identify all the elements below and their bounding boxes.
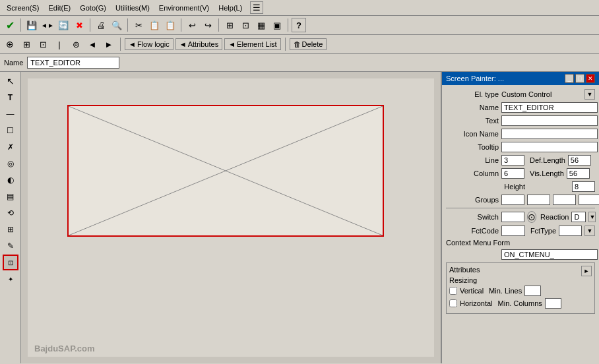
find-btn[interactable]: 🔍 <box>110 18 124 32</box>
copy-btn[interactable]: 📋 <box>147 18 162 32</box>
name-input[interactable] <box>27 57 119 69</box>
right-panel: Screen Painter: ... _ □ ✕ El. type Custo… <box>441 72 599 363</box>
line-tool[interactable]: — <box>3 106 18 122</box>
attributes-btn[interactable]: ◄ Attributes <box>175 38 222 50</box>
circle-tool[interactable]: ◐ <box>3 172 18 188</box>
attributes-expand-btn[interactable]: ► <box>581 266 592 276</box>
group4-input[interactable] <box>579 195 599 205</box>
edit-tool[interactable]: ✎ <box>3 238 18 254</box>
line-input[interactable] <box>501 155 524 166</box>
fcttype-input[interactable] <box>559 226 582 236</box>
icon-name-input[interactable] <box>501 129 598 139</box>
separator6 <box>288 18 288 32</box>
tb2-btn5[interactable]: ◄ <box>85 37 100 51</box>
column-input[interactable] <box>501 168 524 179</box>
grid1-btn[interactable]: ⊞ <box>222 18 237 32</box>
panel-title-bar: Screen Painter: ... _ □ ✕ <box>442 72 599 85</box>
table-tool[interactable]: ▤ <box>3 189 18 204</box>
separator8 <box>285 38 286 51</box>
horizontal-row: Horizontal Min. Columns <box>449 298 592 309</box>
paste-btn[interactable]: 📋 <box>163 18 177 32</box>
fctcode-input[interactable] <box>501 226 525 236</box>
context-menu-input-row <box>446 249 595 260</box>
def-length-input[interactable] <box>568 155 591 166</box>
nav-btn[interactable]: ◄► <box>40 18 55 32</box>
tb2-btn3[interactable]: | <box>52 37 67 51</box>
custom-tool[interactable]: ⊡ <box>3 255 18 270</box>
tb2-btn4[interactable]: ⊚ <box>69 37 83 51</box>
icon-name-row: Icon Name ▦ <box>446 129 595 139</box>
menu-environment[interactable]: Environment(V) <box>155 3 213 13</box>
tb2-btn6[interactable]: ► <box>102 37 116 51</box>
reaction-dropdown-btn[interactable]: ▼ <box>588 212 596 222</box>
grid3-btn[interactable]: ▦ <box>254 18 268 32</box>
help-btn[interactable]: ? <box>292 18 306 32</box>
vertical-checkbox[interactable] <box>449 287 457 295</box>
context-menu-input[interactable] <box>501 249 598 260</box>
height-input[interactable] <box>572 181 595 192</box>
group1-input[interactable] <box>501 195 524 205</box>
grid-tool[interactable]: ⊞ <box>3 222 18 237</box>
panel-text-label: Text <box>446 117 499 125</box>
panel-name-input[interactable] <box>501 102 598 113</box>
min-columns-input[interactable] <box>545 298 561 309</box>
fcttype-dropdown-btn[interactable]: ▼ <box>584 226 595 236</box>
rect-tool[interactable]: ☐ <box>3 123 18 138</box>
close-btn[interactable]: ✕ <box>586 74 595 83</box>
tb2-btn2[interactable]: ⊡ <box>36 37 50 51</box>
checkmark-btn[interactable]: ✔ <box>3 18 17 32</box>
reaction-icon[interactable]: ⊙ <box>527 211 536 223</box>
fctcode-row: FctCode FctType ▼ <box>446 226 595 236</box>
delete-btn[interactable]: 🗑 Delete <box>290 38 327 50</box>
arrow-left-icon2: ◄ <box>179 40 187 48</box>
context-menu-row: Context Menu Form <box>446 239 595 247</box>
line-label: Line <box>446 156 499 164</box>
menu-utilities[interactable]: Utilities(M) <box>111 3 154 13</box>
save-btn[interactable]: 💾 <box>24 18 39 32</box>
grid4-btn[interactable]: ▣ <box>270 18 284 32</box>
horizontal-label: Horizontal <box>460 299 493 307</box>
min-lines-input[interactable] <box>524 286 541 296</box>
vis-length-input[interactable] <box>567 168 590 179</box>
horizontal-checkbox[interactable] <box>449 299 457 307</box>
redo-btn[interactable]: ↪ <box>201 18 215 32</box>
rotate-tool[interactable]: ⟲ <box>3 205 18 221</box>
element-list-btn[interactable]: ◄ Element List <box>224 38 280 50</box>
extra-tool[interactable]: ✦ <box>3 271 18 287</box>
restore-btn[interactable]: □ <box>575 74 584 83</box>
x-tool[interactable]: ✗ <box>3 139 18 155</box>
print-btn[interactable]: 🖨 <box>94 18 108 32</box>
separator1 <box>20 18 21 32</box>
text-tool[interactable]: T <box>3 90 18 106</box>
column-label: Column <box>446 169 499 177</box>
group2-input[interactable] <box>527 195 550 205</box>
system-menu[interactable]: ☰ <box>250 1 263 14</box>
el-type-btn[interactable]: ▼ <box>584 89 595 100</box>
select-tool[interactable]: ↖ <box>3 73 18 89</box>
panel-text-input[interactable] <box>501 115 598 126</box>
element-list-label: Element List <box>237 40 277 48</box>
resizing-label: Resizing <box>449 276 592 284</box>
tb2-btn1[interactable]: ⊞ <box>19 37 34 51</box>
menu-help[interactable]: Help(L) <box>214 3 246 13</box>
switch-input[interactable] <box>501 212 524 222</box>
refresh-btn[interactable]: 🔄 <box>56 18 71 32</box>
group3-input[interactable] <box>553 195 576 205</box>
menu-screen[interactable]: Screen(S) <box>3 3 44 13</box>
menu-goto[interactable]: Goto(G) <box>76 3 110 13</box>
cut-btn[interactable]: ✂ <box>131 18 146 32</box>
custom-control-element[interactable] <box>67 105 384 237</box>
stop-btn[interactable]: ✖ <box>72 18 86 32</box>
undo-btn[interactable]: ↩ <box>185 18 199 32</box>
min-columns-label: Min. Columns <box>498 299 542 307</box>
flow-logic-btn[interactable]: ◄ Flow logic <box>125 38 173 50</box>
grid2-btn[interactable]: ⊡ <box>238 18 253 32</box>
radio-tool[interactable]: ◎ <box>3 156 18 171</box>
reaction-input[interactable] <box>571 212 586 222</box>
panel-text-row: Text <box>446 115 595 126</box>
separator4 <box>181 18 181 32</box>
tooltip-input[interactable] <box>501 142 598 152</box>
minimize-btn[interactable]: _ <box>565 74 574 83</box>
menu-edit[interactable]: Edit(E) <box>45 3 75 13</box>
main-container: ↖ T — ☐ ✗ ◎ ◐ ▤ ⟲ ⊞ ✎ ⊡ ✦ BajduSAP.com S… <box>0 72 599 363</box>
